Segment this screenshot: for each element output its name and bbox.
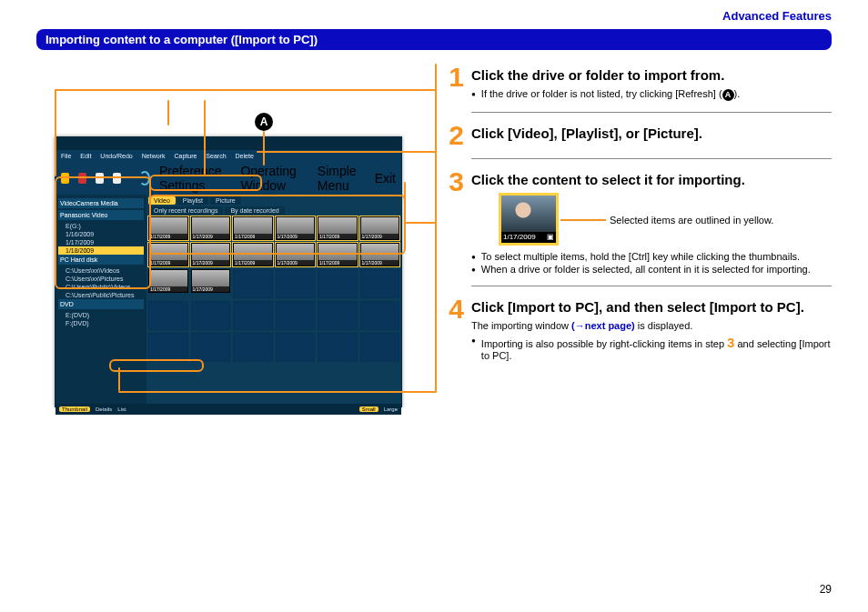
menu-item[interactable]: Capture [174, 153, 197, 159]
thumbnail-selected[interactable]: 1/17/2009 [148, 243, 188, 266]
thumbnail-selected[interactable]: 1/17/2009 [318, 216, 358, 240]
demo-thumbnail-bar: 1/17/2009 ▣ [501, 232, 556, 243]
disc-icon[interactable] [113, 173, 121, 184]
empty-cell [233, 301, 273, 330]
thumbnail-grid: 1/17/2009 1/17/2009 1/17/2009 1/17/2009 … [148, 216, 399, 362]
footer-mode[interactable]: Details [96, 406, 112, 412]
footer-size-small[interactable]: Small [359, 406, 378, 412]
bullet-icon [471, 251, 476, 262]
divider [471, 112, 832, 113]
divider [471, 158, 832, 159]
content-pane: Video Playlist Picture Only recent recor… [146, 195, 401, 404]
camcorder-icon: ▣ [547, 233, 554, 241]
thumbnail[interactable]: 1/17/2009 [191, 269, 231, 298]
thumbnail-selected[interactable]: 1/17/2009 [276, 216, 316, 240]
right-menu-item[interactable]: Simple Menu [318, 164, 366, 193]
empty-cell [148, 333, 188, 362]
sidebar-pc-item[interactable]: C:\Users\Public\Pictures [58, 291, 144, 299]
step-1: 1 Click the drive or folder to import fr… [444, 64, 832, 103]
empty-cell [318, 333, 358, 362]
document-page: Advanced Features Importing content to a… [0, 0, 868, 612]
sidebar-dvd-item[interactable]: F:(DVD) [58, 319, 144, 327]
menu-item[interactable]: Search [206, 153, 226, 159]
bullet-icon [471, 88, 476, 101]
step-leader-vertical [435, 64, 437, 391]
empty-cell [148, 301, 188, 330]
step-2: 2 Click [Video], [Playlist], or [Picture… [444, 122, 832, 149]
toolbar-icons: Preference Settings Operating Window Sim… [56, 162, 401, 195]
thumbnail-selected[interactable]: 1/17/2009 [148, 216, 188, 240]
footer-size-large[interactable]: Large [384, 406, 398, 412]
footer-mode[interactable]: List [117, 406, 126, 412]
thumbnail-selected[interactable]: 1/17/2009 [318, 243, 358, 266]
sidebar-pc-item[interactable]: C:\Users\Public\Videos [58, 283, 144, 291]
step1-title: Click the drive or folder to import from… [471, 67, 832, 83]
thumbnail-selected[interactable]: 1/17/2009 [233, 216, 273, 240]
menu-item[interactable]: Edit [80, 153, 91, 159]
sidebar-header[interactable]: Panasonic Video [58, 210, 144, 220]
tab-picture[interactable]: Picture [210, 196, 241, 205]
sidebar-drive[interactable]: E(G:) [58, 222, 144, 230]
refresh-icon[interactable] [139, 171, 150, 186]
sidebar-date[interactable]: 1/16/2009 [58, 230, 144, 238]
camera-icon[interactable] [96, 173, 104, 184]
tab-video[interactable]: Video [148, 196, 176, 205]
sidebar-header[interactable]: PC Hard disk [58, 255, 144, 265]
sidebar-pc-item[interactable]: C:\Users\xx\Videos [58, 266, 144, 275]
empty-cell [276, 269, 316, 298]
filter-bydate[interactable]: By date recorded [225, 206, 284, 215]
refresh-marker-a-icon: A [255, 113, 273, 131]
app-footer: Thumbnail Details List Small Large [56, 404, 401, 415]
youtube-icon[interactable] [78, 173, 86, 184]
sidebar-pc-item[interactable]: C:\Users\xx\Pictures [58, 275, 144, 283]
thumbnail-selected[interactable]: 1/17/2009 [360, 243, 400, 266]
empty-cell [318, 269, 358, 298]
advanced-features-link[interactable]: Advanced Features [722, 9, 832, 23]
next-page-link[interactable]: (→next page) [571, 320, 635, 331]
thumbnail-selected[interactable]: 1/17/2009 [191, 243, 231, 266]
menu-item[interactable]: Undo/Redo [100, 153, 132, 159]
empty-cell [360, 269, 400, 298]
step-number-3: 3 [444, 168, 464, 276]
section-title: Importing content to a computer ([Import… [45, 33, 318, 46]
step2-title: Click [Video], [Playlist], or [Picture]. [471, 125, 832, 141]
tab-playlist[interactable]: Playlist [177, 196, 208, 205]
thumbnail-selected[interactable]: 1/17/2009 [233, 243, 273, 266]
sidebar-date[interactable]: 1/17/2009 [58, 238, 144, 246]
menu-item[interactable]: Delete [236, 153, 254, 159]
app-menu: File Edit Undo/Redo Network Capture Sear… [56, 150, 401, 162]
callout-lead [560, 219, 606, 221]
thumbnail-selected[interactable]: 1/17/2009 [360, 216, 400, 240]
menu-item[interactable]: File [61, 153, 71, 159]
step-number-1: 1 [444, 64, 464, 103]
right-menu-item[interactable]: Preference Settings [159, 164, 231, 193]
menu-item[interactable]: Network [142, 153, 166, 159]
step-number-4: 4 [444, 296, 464, 363]
step3-bullet2: When a drive or folder is selected, all … [481, 264, 811, 275]
right-menu-item[interactable]: Operating Window [240, 164, 308, 193]
thumbnail[interactable]: 1/17/2009 [148, 269, 188, 298]
sidebar-dvd-item[interactable]: E:(DVD) [58, 311, 144, 319]
step-4: 4 Click [Import to PC], and then select … [444, 296, 832, 363]
app-window: File Edit Undo/Redo Network Capture Sear… [55, 136, 402, 407]
folder-icon[interactable] [61, 173, 69, 184]
app-titlebar [56, 137, 401, 150]
demo-thumbnail: 1/17/2009 ▣ [499, 193, 559, 246]
thumbnail-selected[interactable]: 1/17/2009 [191, 216, 231, 240]
sidebar-date-selected[interactable]: 1/18/2009 [58, 246, 144, 255]
filter-recent[interactable]: Only recent recordings [148, 206, 223, 215]
step1-bullet: If the drive or folder is not listed, tr… [481, 88, 740, 101]
empty-cell [276, 301, 316, 330]
right-menu-item[interactable]: Exit [375, 171, 396, 186]
sidebar-header[interactable]: DVD [58, 299, 144, 309]
empty-cell [318, 301, 358, 330]
thumbnail-selected[interactable]: 1/17/2009 [276, 243, 316, 266]
page-number: 29 [820, 583, 832, 596]
section-title-bar: Importing content to a computer ([Import… [36, 29, 832, 50]
selected-thumb-demo: 1/17/2009 ▣ Selected items are outlined … [499, 193, 832, 246]
footer-thumbnail-mode[interactable]: Thumbnail [59, 406, 90, 412]
step4-description: The importing window (→next page) is dis… [471, 320, 832, 331]
content-tabs: Video Playlist Picture [148, 196, 399, 205]
sidebar-header[interactable]: VideoCamera Media [58, 198, 144, 208]
selection-caption: Selected items are outlined in yellow. [610, 215, 773, 226]
